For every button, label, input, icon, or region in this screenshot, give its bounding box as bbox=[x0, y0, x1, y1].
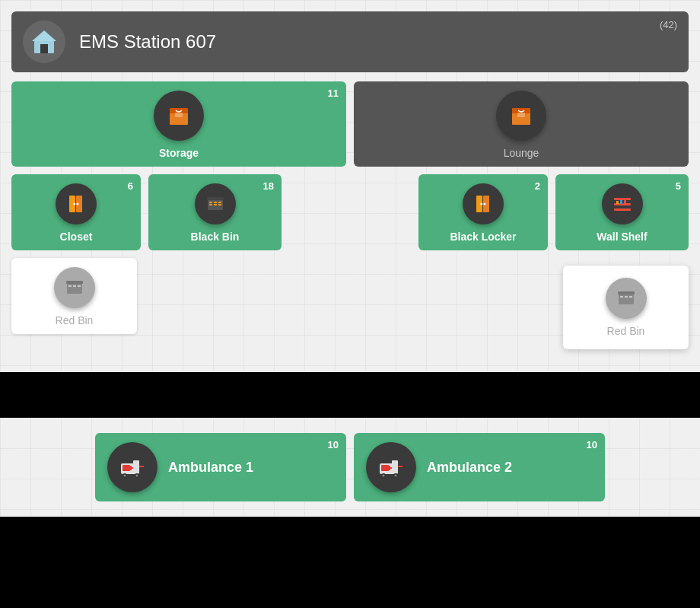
svg-rect-22 bbox=[68, 285, 72, 287]
ambulance-row: 10 Ambulance 1 10 bbox=[11, 433, 689, 501]
svg-rect-2 bbox=[40, 44, 48, 53]
bottom-row: 6 Closet 18 bbox=[11, 174, 689, 349]
svg-rect-42 bbox=[133, 460, 139, 468]
svg-rect-7 bbox=[512, 108, 530, 113]
svg-rect-5 bbox=[175, 113, 183, 117]
red-bin-dropdown[interactable]: Red Bin bbox=[563, 266, 689, 349]
svg-rect-4 bbox=[170, 108, 188, 113]
black-bin-icon bbox=[195, 183, 236, 224]
red-bin-left-icon bbox=[54, 267, 95, 308]
closet-card[interactable]: 6 Closet bbox=[11, 174, 141, 250]
closet-count: 6 bbox=[128, 180, 133, 192]
svg-point-12 bbox=[77, 203, 79, 205]
svg-marker-1 bbox=[32, 30, 56, 41]
svg-point-54 bbox=[383, 475, 385, 477]
svg-rect-34 bbox=[624, 200, 626, 204]
top-row: 11 Storage bbox=[11, 81, 689, 167]
wall-shelf-count: 5 bbox=[676, 180, 681, 192]
black-locker-card[interactable]: 2 Black Locker bbox=[418, 174, 548, 250]
ambulance-2-count: 10 bbox=[587, 439, 597, 450]
svg-rect-8 bbox=[517, 113, 525, 117]
storage-count: 11 bbox=[328, 88, 339, 99]
svg-rect-25 bbox=[66, 281, 83, 284]
ambulance-2-card[interactable]: 10 Ambulance 2 bbox=[354, 433, 605, 501]
black-bin-label: Black Bin bbox=[191, 231, 240, 243]
lounge-icon-circle bbox=[496, 91, 546, 141]
wall-shelf-card[interactable]: 5 Wall Shelf bbox=[555, 174, 689, 250]
storage-label: Storage bbox=[159, 147, 199, 159]
svg-rect-49 bbox=[130, 466, 132, 470]
svg-rect-19 bbox=[218, 204, 221, 205]
closet-label: Closet bbox=[60, 231, 93, 243]
lounge-label: Lounge bbox=[504, 147, 539, 159]
ambulance-2-icon bbox=[366, 442, 416, 492]
red-bin-left-card[interactable]: Red Bin bbox=[11, 258, 137, 334]
black-locker-icon bbox=[463, 183, 504, 224]
svg-rect-18 bbox=[214, 204, 217, 205]
svg-rect-24 bbox=[78, 285, 81, 287]
svg-rect-23 bbox=[73, 285, 76, 287]
svg-point-29 bbox=[484, 203, 486, 205]
svg-rect-51 bbox=[392, 460, 398, 468]
black-locker-label: Black Locker bbox=[450, 231, 516, 243]
ambulance-1-label: Ambulance 1 bbox=[168, 460, 253, 476]
right-column: 2 Black Locker 5 bbox=[418, 174, 689, 349]
closet-icon bbox=[56, 183, 97, 224]
ambulance-1-icon bbox=[107, 442, 158, 492]
svg-rect-16 bbox=[218, 202, 221, 203]
svg-rect-37 bbox=[620, 296, 623, 298]
svg-rect-58 bbox=[389, 466, 390, 470]
svg-rect-35 bbox=[614, 198, 631, 200]
svg-point-56 bbox=[395, 475, 397, 477]
svg-point-47 bbox=[136, 475, 138, 477]
station-icon bbox=[23, 21, 65, 63]
red-bin-left-label: Red Bin bbox=[56, 314, 94, 326]
storage-icon-circle bbox=[154, 91, 204, 141]
svg-rect-14 bbox=[209, 202, 212, 203]
location-cards: 6 Closet 18 bbox=[11, 174, 411, 334]
wall-shelf-label: Wall Shelf bbox=[597, 231, 647, 243]
station-title: EMS Station 607 bbox=[79, 31, 216, 53]
ambulance-1-card[interactable]: 10 Ambulance 1 bbox=[95, 433, 346, 501]
svg-point-28 bbox=[481, 203, 483, 205]
right-top-row: 2 Black Locker 5 bbox=[418, 174, 689, 250]
svg-rect-40 bbox=[618, 291, 635, 294]
wall-shelf-icon bbox=[602, 183, 643, 224]
lounge-card[interactable]: Lounge bbox=[354, 81, 689, 167]
red-bin-dropdown-icon bbox=[606, 278, 647, 319]
svg-rect-15 bbox=[214, 202, 217, 203]
svg-rect-30 bbox=[614, 209, 631, 211]
header-badge: (42) bbox=[660, 19, 677, 30]
black-bin-count: 18 bbox=[263, 180, 274, 192]
storage-card[interactable]: 11 Storage bbox=[11, 81, 346, 167]
svg-rect-38 bbox=[625, 296, 628, 298]
ambulance-2-label: Ambulance 2 bbox=[427, 460, 512, 476]
svg-rect-17 bbox=[209, 204, 212, 205]
svg-rect-32 bbox=[616, 201, 619, 204]
ambulance-1-count: 10 bbox=[328, 439, 339, 450]
svg-rect-36 bbox=[619, 294, 634, 304]
svg-point-11 bbox=[74, 203, 76, 205]
svg-point-45 bbox=[124, 475, 126, 477]
black-bin-card[interactable]: 18 Black Bin bbox=[148, 174, 282, 250]
station-header[interactable]: EMS Station 607 (42) bbox=[11, 11, 689, 72]
svg-rect-21 bbox=[67, 283, 82, 294]
svg-rect-20 bbox=[207, 197, 224, 200]
bottom-section: 10 Ambulance 1 10 bbox=[0, 418, 700, 517]
red-bin-dropdown-label: Red Bin bbox=[607, 325, 645, 337]
black-locker-count: 2 bbox=[535, 180, 540, 192]
svg-rect-39 bbox=[629, 296, 632, 298]
